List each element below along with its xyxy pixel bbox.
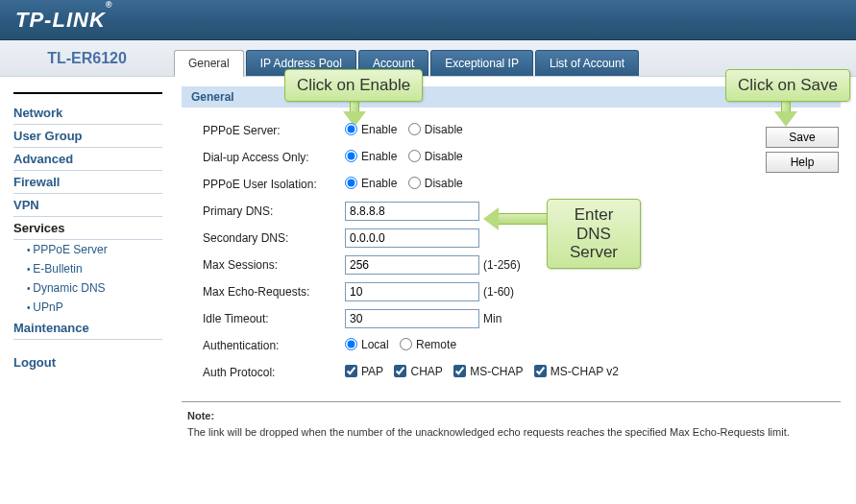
- sidebar-item-logout[interactable]: Logout: [13, 351, 162, 373]
- tab-exceptional-ip[interactable]: Exceptional IP: [430, 50, 533, 76]
- form-area: PPPoE Server: Enable Disable Dial-up Acc…: [182, 108, 841, 396]
- sidebar-sub-dynamic-dns[interactable]: Dynamic DNS: [13, 278, 162, 298]
- sidebar-item-vpn[interactable]: VPN: [13, 194, 162, 217]
- sidebar-item-user-group[interactable]: User Group: [13, 125, 162, 148]
- hint-max-sessions: (1-256): [483, 258, 521, 272]
- note-body: The link will be dropped when the number…: [187, 426, 790, 438]
- label-idle-timeout: Idle Timeout:: [203, 312, 345, 325]
- label-dial-up: Dial-up Access Only:: [203, 151, 345, 164]
- content-area: Click on Enable Click on Save General Sa…: [174, 77, 856, 467]
- sidebar-sub-upnp[interactable]: UPnP: [13, 298, 162, 317]
- hint-max-echo: (1-60): [483, 285, 514, 299]
- check-mschap-input[interactable]: [453, 365, 466, 377]
- sidebar-item-maintenance[interactable]: Maintenance: [13, 317, 162, 340]
- radio-dialup-enable-input[interactable]: [345, 150, 357, 162]
- brand-logo: TP-LINK®: [15, 8, 112, 33]
- note-title: Note:: [187, 410, 214, 421]
- label-secondary-dns: Secondary DNS:: [203, 231, 345, 245]
- input-max-echo[interactable]: [345, 282, 479, 301]
- sidebar-item-firewall[interactable]: Firewall: [13, 171, 162, 194]
- radio-isolation-enable[interactable]: Enable: [345, 177, 397, 190]
- label-primary-dns: Primary DNS:: [203, 204, 345, 218]
- radio-auth-remote-input[interactable]: [400, 338, 412, 350]
- sidebar-item-advanced[interactable]: Advanced: [13, 148, 162, 171]
- tab-list-of-account[interactable]: List of Account: [535, 50, 639, 76]
- sidebar-sub-e-bulletin[interactable]: E-Bulletin: [13, 259, 162, 278]
- callout-dns-arrow-head: [483, 207, 499, 230]
- tab-general[interactable]: General: [174, 50, 244, 77]
- input-secondary-dns[interactable]: [345, 228, 479, 248]
- label-authentication: Authentication:: [203, 339, 345, 352]
- callout-enable: Click on Enable: [284, 69, 423, 102]
- radio-pppoe-enable[interactable]: Enable: [345, 123, 397, 136]
- radio-auth-local[interactable]: Local: [345, 338, 389, 351]
- sidebar-item-network[interactable]: Network: [13, 102, 162, 125]
- label-max-sessions: Max Sessions:: [203, 258, 345, 272]
- check-mschapv2-input[interactable]: [534, 365, 547, 377]
- radio-isolation-enable-input[interactable]: [345, 177, 357, 189]
- label-pppoe-server: PPPoE Server:: [203, 124, 345, 137]
- radio-pppoe-disable[interactable]: Disable: [408, 123, 463, 136]
- note-block: Note: The link will be dropped when the …: [182, 408, 841, 451]
- radio-dialup-disable[interactable]: Disable: [408, 150, 463, 163]
- callout-dns-arrow-tail: [499, 213, 547, 225]
- radio-dialup-enable[interactable]: Enable: [345, 150, 397, 163]
- label-user-isolation: PPPoE User Isolation:: [203, 178, 345, 191]
- radio-pppoe-disable-input[interactable]: [408, 123, 421, 135]
- label-max-echo: Max Echo-Requests:: [203, 285, 345, 299]
- radio-isolation-disable[interactable]: Disable: [408, 177, 463, 190]
- label-auth-protocol: Auth Protocol:: [203, 366, 345, 379]
- app-header: TP-LINK®: [0, 0, 856, 40]
- sidebar-item-services[interactable]: Services: [13, 217, 162, 240]
- model-label: TL-ER6120: [0, 50, 174, 67]
- sidebar-sub-pppoe-server[interactable]: PPPoE Server: [13, 240, 162, 259]
- input-max-sessions[interactable]: [345, 255, 479, 275]
- check-chap-input[interactable]: [394, 365, 406, 377]
- check-pap[interactable]: PAP: [345, 365, 383, 378]
- callout-dns: Enter DNSServer: [547, 199, 641, 269]
- check-chap[interactable]: CHAP: [394, 365, 442, 378]
- check-pap-input[interactable]: [345, 365, 357, 377]
- sidebar-divider: [13, 92, 162, 94]
- hint-idle-timeout: Min: [483, 312, 501, 325]
- check-mschapv2[interactable]: MS-CHAP v2: [534, 365, 619, 378]
- input-primary-dns[interactable]: [345, 202, 479, 221]
- check-mschap[interactable]: MS-CHAP: [453, 365, 523, 378]
- radio-auth-local-input[interactable]: [345, 338, 357, 350]
- sidebar: Network User Group Advanced Firewall VPN…: [0, 77, 174, 467]
- divider: [182, 401, 841, 402]
- radio-auth-remote[interactable]: Remote: [400, 338, 456, 351]
- input-idle-timeout[interactable]: [345, 309, 479, 328]
- radio-pppoe-enable-input[interactable]: [345, 123, 357, 135]
- radio-dialup-disable-input[interactable]: [408, 150, 421, 162]
- radio-isolation-disable-input[interactable]: [408, 177, 421, 189]
- callout-save: Click on Save: [725, 69, 850, 102]
